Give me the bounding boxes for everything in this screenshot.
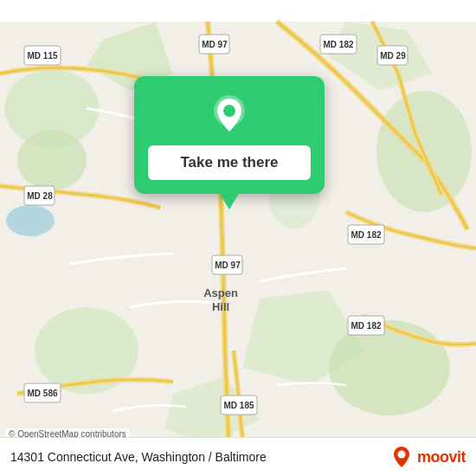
svg-text:MD 115: MD 115	[27, 51, 57, 61]
take-me-there-button[interactable]: Take me there	[148, 145, 311, 180]
svg-point-36	[397, 451, 405, 459]
moovit-brand-text: moovit	[417, 448, 466, 466]
svg-text:MD 185: MD 185	[223, 401, 254, 410]
svg-text:MD 182: MD 182	[323, 40, 353, 49]
moovit-pin-icon	[389, 445, 414, 469]
svg-point-8	[329, 320, 450, 415]
moovit-logo: moovit	[389, 445, 466, 469]
bottom-bar: 14301 Connecticut Ave, Washington / Balt…	[0, 437, 476, 476]
svg-point-35	[223, 105, 235, 117]
svg-text:MD 97: MD 97	[202, 40, 228, 49]
svg-text:MD 97: MD 97	[215, 261, 241, 270]
svg-point-11	[6, 205, 55, 236]
svg-text:MD 29: MD 29	[380, 51, 406, 61]
svg-text:Hill: Hill	[212, 300, 229, 313]
location-pin-icon	[209, 93, 250, 135]
address-text: 14301 Connecticut Ave, Washington / Balt…	[10, 450, 267, 464]
svg-text:MD 182: MD 182	[351, 321, 381, 331]
svg-text:MD 28: MD 28	[27, 191, 53, 201]
map-background: MD 115 MD 97 MD 97 MD 182 MD 29 MD 28 MD…	[0, 0, 476, 476]
svg-point-2	[17, 130, 87, 190]
svg-text:MD 586: MD 586	[27, 389, 57, 398]
svg-text:Aspen: Aspen	[203, 286, 238, 299]
svg-text:MD 182: MD 182	[351, 230, 381, 240]
popup-card: Take me there	[134, 76, 325, 194]
map-container: MD 115 MD 97 MD 97 MD 182 MD 29 MD 28 MD…	[0, 0, 476, 476]
